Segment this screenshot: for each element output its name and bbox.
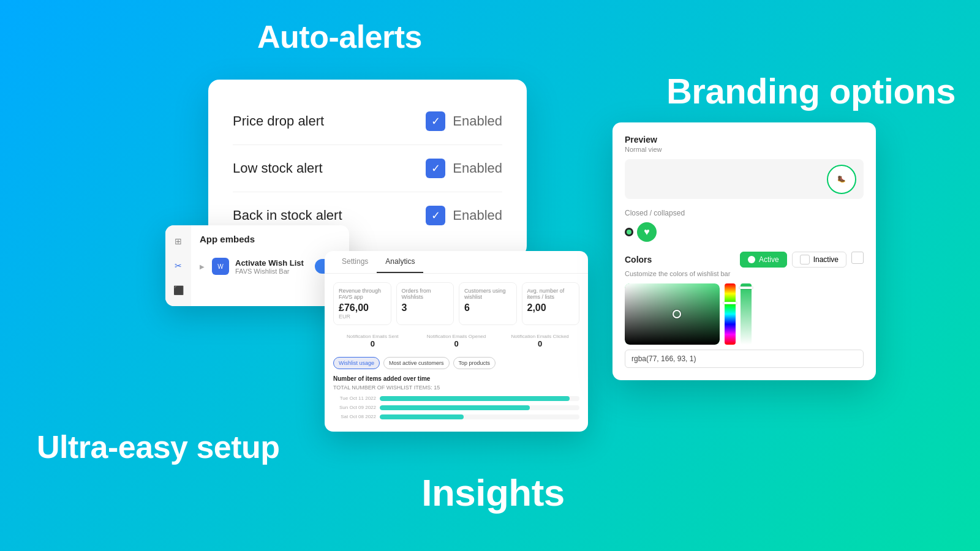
notif-label: Notification Emails Sent [336, 334, 410, 339]
wishlist-tags: Wishlist usage Most active customers Top… [333, 357, 579, 369]
color-picker-area [625, 283, 864, 345]
embed-sub: FAVS Wishlist Bar [235, 268, 304, 275]
colors-header: Colors Active Inactive [625, 252, 864, 268]
puzzle-icon: ✂ [171, 258, 186, 273]
alert-name: Low stock alert [233, 160, 323, 176]
apps-icon: ⬛ [171, 283, 186, 298]
ultra-easy-setup-label: Ultra-easy setup [37, 429, 280, 465]
stat-label: Avg. number of items / lists [527, 288, 575, 300]
color-toggle-group: Active Inactive [740, 252, 864, 268]
insights-label: Insights [355, 471, 631, 514]
active-color-toggle[interactable]: Active [740, 252, 787, 268]
preview-logo: 🥾 [827, 165, 856, 194]
chart-row-3: Sat Oct 08 2022 [333, 414, 579, 419]
chart-row-1: Tue Oct 11 2022 [333, 395, 579, 401]
preview-label: Preview [625, 135, 864, 144]
rgba-input[interactable] [625, 350, 864, 368]
branding-options-label: Branding options [666, 70, 956, 111]
alert-right: ✓ Enabled [426, 206, 502, 225]
alert-name: Price drop alert [233, 113, 324, 129]
checkbox-enabled[interactable]: ✓ [426, 111, 445, 131]
analytics-card: Settings Analytics Revenue through FAVS … [325, 251, 588, 432]
collapsed-indicator: ♥ [625, 222, 864, 242]
opacity-thumb [739, 287, 753, 289]
colors-title: Colors [625, 255, 652, 264]
inactive-toggle-box [800, 255, 810, 264]
notif-row: Notification Emails Sent 0 Notification … [333, 331, 579, 351]
preview-section: Preview Normal view 🥾 [625, 135, 864, 199]
enabled-label: Enabled [453, 208, 502, 223]
chart-bar [380, 396, 570, 401]
app-embeds-card: ⊞ ✂ ⬛ App embeds ▶ W Activate Wish List … [165, 225, 349, 306]
stat-label: Orders from Wishlists [402, 288, 449, 300]
notif-value: 0 [420, 339, 494, 348]
stat-value: 6 [464, 302, 511, 313]
opacity-slider[interactable] [741, 283, 752, 345]
stat-label: Revenue through FAVS app [339, 288, 386, 300]
stat-value: 3 [402, 302, 449, 313]
chart-date: Sun Oct 09 2022 [333, 405, 376, 410]
colors-section: Colors Active Inactive Customize the col… [625, 252, 864, 368]
enabled-label: Enabled [453, 113, 502, 129]
chart-bar-wrap [380, 396, 579, 401]
chart-subtitle: TOTAL NUMBER OF WISHLIST ITEMS: 15 [333, 384, 579, 391]
stat-sub: EUR [339, 313, 386, 320]
inactive-toggle-label: Inactive [813, 255, 839, 264]
chart-section: Number of items added over time TOTAL NU… [333, 375, 579, 419]
hue-slider[interactable] [725, 283, 736, 345]
alert-name: Back in stock alert [233, 208, 342, 223]
gradient-picker-thumb[interactable] [673, 310, 681, 318]
heart-icon: ♥ [637, 222, 657, 242]
notif-sent: Notification Emails Sent 0 [333, 331, 412, 351]
chart-date: Sat Oct 08 2022 [333, 414, 376, 419]
branding-card: Preview Normal view 🥾 Closed / collapsed… [612, 122, 876, 380]
stat-revenue: Revenue through FAVS app £76,00 EUR [333, 282, 391, 325]
tab-settings[interactable]: Settings [333, 251, 377, 273]
dot-inner [627, 230, 631, 234]
notif-label: Notification Emails Clicked [503, 334, 577, 339]
stat-customers: Customers using wishlist 6 [459, 282, 517, 325]
preview-bar: 🥾 [625, 159, 864, 199]
chart-bar [380, 405, 530, 410]
color-gradient-picker[interactable] [625, 283, 720, 345]
chart-bar [380, 414, 464, 419]
analytics-tabs: Settings Analytics [325, 251, 588, 274]
stat-value: 2,00 [527, 302, 575, 313]
chart-date: Tue Oct 11 2022 [333, 395, 376, 401]
embed-name: Activate Wish List [235, 258, 304, 268]
app-embeds-title: App embeds [200, 234, 341, 244]
chart-title: Number of items added over time [333, 375, 579, 382]
notif-label: Notification Emails Opened [420, 334, 494, 339]
preview-sub: Normal view [625, 146, 864, 153]
analytics-body: Revenue through FAVS app £76,00 EUR Orde… [325, 274, 588, 432]
checkbox-enabled[interactable]: ✓ [426, 206, 445, 225]
inactive-color-toggle[interactable]: Inactive [792, 252, 846, 268]
color-swatch-empty[interactable] [851, 252, 864, 264]
hue-thumb [723, 302, 737, 304]
stat-orders: Orders from Wishlists 3 [396, 282, 454, 325]
wishlist-tag-usage[interactable]: Wishlist usage [333, 357, 380, 369]
chart-bar-wrap [380, 405, 579, 410]
alert-right: ✓ Enabled [426, 111, 502, 131]
notif-opened: Notification Emails Opened 0 [417, 331, 496, 351]
wishlist-tag-customers[interactable]: Most active customers [383, 357, 450, 369]
card-sidebar: ⊞ ✂ ⬛ [165, 225, 191, 306]
colors-sub: Customize the colors of wishlist bar [625, 270, 864, 277]
chart-bar-wrap [380, 414, 579, 419]
stat-avg: Avg. number of items / lists 2,00 [522, 282, 580, 325]
embed-text: Activate Wish List FAVS Wishlist Bar [235, 258, 304, 275]
notif-value: 0 [503, 339, 577, 348]
stats-row-1: Revenue through FAVS app £76,00 EUR Orde… [333, 282, 579, 325]
grid-icon: ⊞ [171, 234, 186, 249]
wishlist-tag-products[interactable]: Top products [453, 357, 496, 369]
active-toggle-label: Active [759, 255, 779, 264]
collapsed-label: Closed / collapsed [625, 209, 864, 217]
collapsed-section: Closed / collapsed ♥ [625, 209, 864, 242]
dot-icon [625, 228, 633, 236]
notif-value: 0 [336, 339, 410, 348]
auto-alerts-label: Auto-alerts [257, 18, 422, 55]
checkbox-enabled[interactable]: ✓ [426, 159, 445, 178]
alert-right: ✓ Enabled [426, 159, 502, 178]
stat-value: £76,00 [339, 302, 386, 313]
tab-analytics[interactable]: Analytics [377, 251, 423, 273]
